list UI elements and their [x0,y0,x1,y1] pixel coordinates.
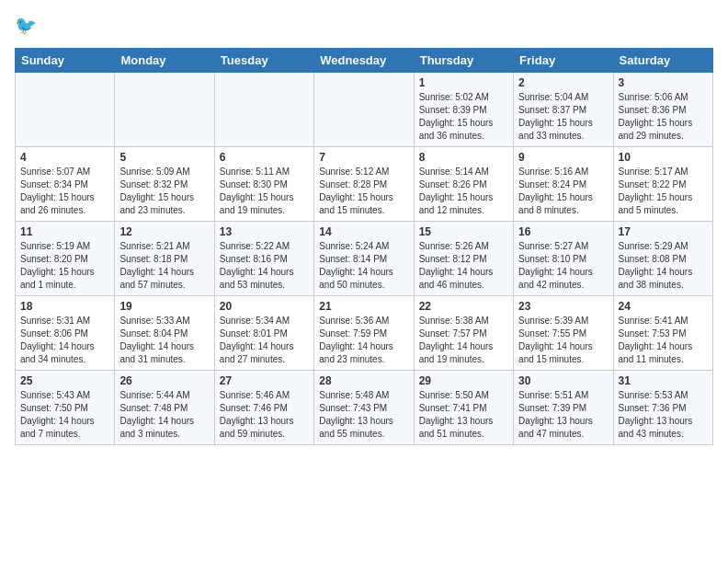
day-number: 20 [220,300,309,313]
day-info: Sunrise: 5:09 AM Sunset: 8:32 PM Dayligh… [119,166,209,217]
day-info: Sunrise: 5:41 AM Sunset: 7:53 PM Dayligh… [619,315,708,366]
calendar-week-row: 4Sunrise: 5:07 AM Sunset: 8:34 PM Daylig… [16,147,713,222]
day-number: 14 [319,225,408,238]
day-info: Sunrise: 5:39 AM Sunset: 7:55 PM Dayligh… [518,315,608,366]
day-number: 30 [518,374,608,387]
day-number: 22 [419,300,508,313]
calendar-cell: 21Sunrise: 5:36 AM Sunset: 7:59 PM Dayli… [314,296,414,371]
day-number: 10 [619,151,708,164]
logo: 🐦 [15,15,44,40]
calendar-cell: 10Sunrise: 5:17 AM Sunset: 8:22 PM Dayli… [613,147,712,222]
calendar-cell: 22Sunrise: 5:38 AM Sunset: 7:57 PM Dayli… [414,296,513,371]
day-number: 5 [119,151,209,164]
column-header-wednesday: Wednesday [314,49,414,73]
day-info: Sunrise: 5:14 AM Sunset: 8:26 PM Dayligh… [419,166,508,217]
day-number: 24 [619,300,708,313]
calendar-cell [314,73,414,147]
day-number: 7 [319,151,408,164]
day-info: Sunrise: 5:36 AM Sunset: 7:59 PM Dayligh… [319,315,408,366]
column-header-sunday: Sunday [16,49,115,73]
day-info: Sunrise: 5:24 AM Sunset: 8:14 PM Dayligh… [319,240,408,292]
calendar-header-row: SundayMondayTuesdayWednesdayThursdayFrid… [16,49,713,73]
calendar-cell: 25Sunrise: 5:43 AM Sunset: 7:50 PM Dayli… [16,371,115,445]
calendar-cell: 18Sunrise: 5:31 AM Sunset: 8:06 PM Dayli… [16,296,115,371]
day-number: 6 [220,151,309,164]
day-number: 4 [20,151,109,164]
day-info: Sunrise: 5:33 AM Sunset: 8:04 PM Dayligh… [119,315,209,366]
day-info: Sunrise: 5:02 AM Sunset: 8:39 PM Dayligh… [419,91,508,143]
calendar-cell: 28Sunrise: 5:48 AM Sunset: 7:43 PM Dayli… [314,371,414,445]
calendar-cell [214,73,313,147]
calendar-cell: 30Sunrise: 5:51 AM Sunset: 7:39 PM Dayli… [514,371,613,445]
calendar-cell: 24Sunrise: 5:41 AM Sunset: 7:53 PM Dayli… [613,296,712,371]
day-info: Sunrise: 5:29 AM Sunset: 8:08 PM Dayligh… [619,240,708,292]
day-number: 21 [319,300,408,313]
day-number: 27 [220,374,309,387]
day-number: 17 [619,225,708,238]
day-info: Sunrise: 5:27 AM Sunset: 8:10 PM Dayligh… [518,240,608,292]
calendar-cell: 27Sunrise: 5:46 AM Sunset: 7:46 PM Dayli… [214,371,313,445]
calendar-cell: 16Sunrise: 5:27 AM Sunset: 8:10 PM Dayli… [514,222,613,296]
calendar-cell: 1Sunrise: 5:02 AM Sunset: 8:39 PM Daylig… [414,73,513,147]
day-number: 2 [518,76,608,89]
day-info: Sunrise: 5:50 AM Sunset: 7:41 PM Dayligh… [419,389,508,441]
day-number: 26 [119,374,209,387]
column-header-friday: Friday [514,49,613,73]
page-header: 🐦 [15,15,713,40]
day-info: Sunrise: 5:12 AM Sunset: 8:28 PM Dayligh… [319,166,408,217]
day-info: Sunrise: 5:04 AM Sunset: 8:37 PM Dayligh… [518,91,608,143]
day-info: Sunrise: 5:19 AM Sunset: 8:20 PM Dayligh… [20,240,109,292]
calendar-cell: 26Sunrise: 5:44 AM Sunset: 7:48 PM Dayli… [115,371,214,445]
day-number: 18 [20,300,109,313]
day-number: 25 [20,374,109,387]
calendar-cell: 12Sunrise: 5:21 AM Sunset: 8:18 PM Dayli… [115,222,214,296]
day-info: Sunrise: 5:34 AM Sunset: 8:01 PM Dayligh… [220,315,309,366]
day-info: Sunrise: 5:21 AM Sunset: 8:18 PM Dayligh… [119,240,209,292]
calendar-cell: 2Sunrise: 5:04 AM Sunset: 8:37 PM Daylig… [514,73,613,147]
day-info: Sunrise: 5:48 AM Sunset: 7:43 PM Dayligh… [319,389,408,441]
day-number: 15 [419,225,508,238]
day-info: Sunrise: 5:17 AM Sunset: 8:22 PM Dayligh… [619,166,708,217]
day-info: Sunrise: 5:22 AM Sunset: 8:16 PM Dayligh… [220,240,309,292]
calendar-cell: 3Sunrise: 5:06 AM Sunset: 8:36 PM Daylig… [613,73,712,147]
column-header-thursday: Thursday [414,49,513,73]
calendar-week-row: 25Sunrise: 5:43 AM Sunset: 7:50 PM Dayli… [16,371,713,445]
calendar-cell: 7Sunrise: 5:12 AM Sunset: 8:28 PM Daylig… [314,147,414,222]
day-number: 16 [518,225,608,238]
svg-text:🐦: 🐦 [15,15,38,36]
calendar-cell: 23Sunrise: 5:39 AM Sunset: 7:55 PM Dayli… [514,296,613,371]
logo-icon: 🐦 [15,15,40,40]
calendar-table: SundayMondayTuesdayWednesdayThursdayFrid… [15,48,713,445]
calendar-cell: 31Sunrise: 5:53 AM Sunset: 7:36 PM Dayli… [613,371,712,445]
day-number: 9 [518,151,608,164]
calendar-cell: 13Sunrise: 5:22 AM Sunset: 8:16 PM Dayli… [214,222,313,296]
day-info: Sunrise: 5:11 AM Sunset: 8:30 PM Dayligh… [220,166,309,217]
calendar-cell: 8Sunrise: 5:14 AM Sunset: 8:26 PM Daylig… [414,147,513,222]
day-info: Sunrise: 5:07 AM Sunset: 8:34 PM Dayligh… [20,166,109,217]
day-number: 23 [518,300,608,313]
day-info: Sunrise: 5:16 AM Sunset: 8:24 PM Dayligh… [518,166,608,217]
calendar-cell: 19Sunrise: 5:33 AM Sunset: 8:04 PM Dayli… [115,296,214,371]
day-info: Sunrise: 5:43 AM Sunset: 7:50 PM Dayligh… [20,389,109,441]
column-header-saturday: Saturday [613,49,712,73]
calendar-cell [16,73,115,147]
calendar-week-row: 1Sunrise: 5:02 AM Sunset: 8:39 PM Daylig… [16,73,713,147]
day-number: 28 [319,374,408,387]
calendar-cell: 14Sunrise: 5:24 AM Sunset: 8:14 PM Dayli… [314,222,414,296]
day-info: Sunrise: 5:26 AM Sunset: 8:12 PM Dayligh… [419,240,508,292]
day-number: 13 [220,225,309,238]
day-number: 31 [619,374,708,387]
calendar-week-row: 18Sunrise: 5:31 AM Sunset: 8:06 PM Dayli… [16,296,713,371]
calendar-cell [115,73,214,147]
day-info: Sunrise: 5:44 AM Sunset: 7:48 PM Dayligh… [119,389,209,441]
calendar-week-row: 11Sunrise: 5:19 AM Sunset: 8:20 PM Dayli… [16,222,713,296]
day-number: 3 [619,76,708,89]
column-header-monday: Monday [115,49,214,73]
day-number: 8 [419,151,508,164]
day-info: Sunrise: 5:38 AM Sunset: 7:57 PM Dayligh… [419,315,508,366]
day-number: 29 [419,374,508,387]
calendar-cell: 17Sunrise: 5:29 AM Sunset: 8:08 PM Dayli… [613,222,712,296]
calendar-cell: 29Sunrise: 5:50 AM Sunset: 7:41 PM Dayli… [414,371,513,445]
day-info: Sunrise: 5:31 AM Sunset: 8:06 PM Dayligh… [20,315,109,366]
day-number: 12 [119,225,209,238]
